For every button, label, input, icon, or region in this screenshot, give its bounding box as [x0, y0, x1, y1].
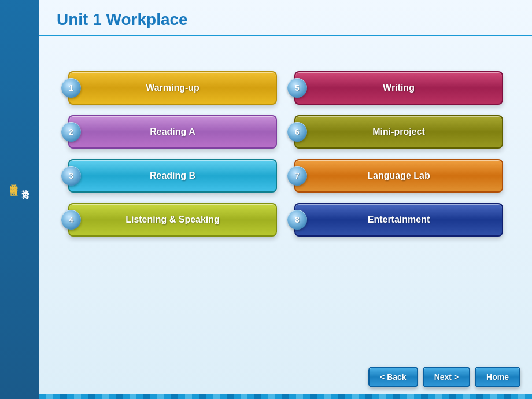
header: Unit 1 Workplace — [39, 0, 532, 36]
button-number-8: 8 — [287, 210, 307, 230]
sidebar: 职业综合 英语 2 — [0, 0, 39, 399]
button-number-3: 3 — [61, 166, 81, 186]
menu-button-2[interactable]: 2Reading A — [68, 115, 277, 149]
button-number-6: 6 — [287, 122, 307, 142]
menu-button-5[interactable]: 5Writing — [294, 71, 503, 105]
button-label-3: Reading B — [150, 171, 195, 181]
main-content: Unit 1 Workplace 1Warming-up5Writing2Rea… — [39, 0, 532, 399]
button-label-4: Listening & Speaking — [125, 215, 220, 225]
next-button[interactable]: Next > — [423, 367, 470, 387]
button-number-2: 2 — [61, 122, 81, 142]
button-grid: 1Warming-up5Writing2Reading A6Mini-proje… — [39, 36, 532, 254]
button-number-4: 4 — [61, 210, 81, 230]
bottom-strip — [39, 394, 532, 399]
menu-button-4[interactable]: 4Listening & Speaking — [68, 203, 277, 237]
button-number-5: 5 — [287, 78, 307, 98]
bottom-nav: < Back Next > Home — [368, 367, 520, 387]
button-label-7: Language Lab — [367, 171, 430, 181]
button-number-1: 1 — [61, 78, 81, 98]
button-label-5: Writing — [383, 83, 415, 93]
menu-button-1[interactable]: 1Warming-up — [68, 71, 277, 105]
menu-button-8[interactable]: 8Entertainment — [294, 203, 503, 237]
button-label-1: Warming-up — [146, 83, 200, 93]
home-button[interactable]: Home — [475, 367, 520, 387]
button-number-7: 7 — [287, 166, 307, 186]
back-button[interactable]: < Back — [368, 367, 418, 387]
button-label-8: Entertainment — [368, 215, 430, 225]
menu-button-3[interactable]: 3Reading B — [68, 159, 277, 193]
menu-button-6[interactable]: 6Mini-project — [294, 115, 503, 149]
sidebar-label: 职业综合 英语 2 — [8, 194, 32, 205]
button-label-2: Reading A — [150, 127, 195, 137]
page-title: Unit 1 Workplace — [57, 10, 515, 29]
button-label-6: Mini-project — [372, 127, 425, 137]
menu-button-7[interactable]: 7Language Lab — [294, 159, 503, 193]
